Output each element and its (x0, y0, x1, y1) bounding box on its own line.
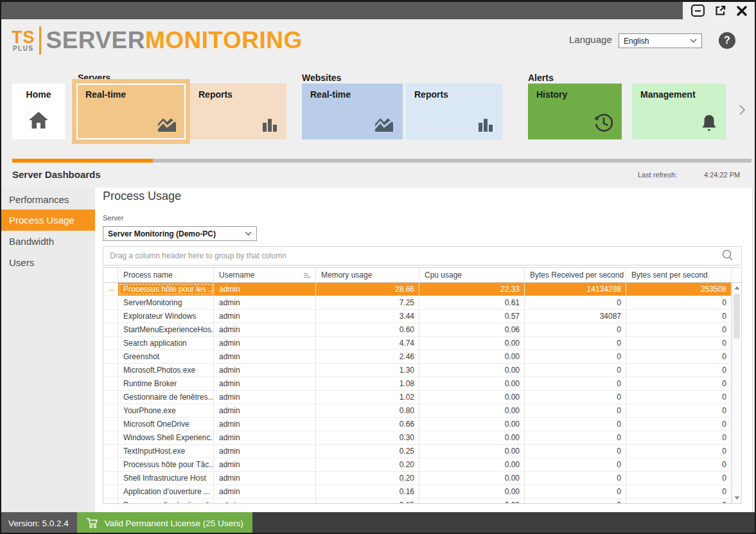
cell-username[interactable]: admin (214, 472, 316, 485)
cell-bytes-sent[interactable]: 0 (626, 458, 732, 471)
table-row[interactable]: Processus d'exécution cli...admin0.150.0… (103, 499, 741, 503)
cell-cpu-usage[interactable]: 0.00 (419, 418, 525, 431)
cell-cpu-usage[interactable]: 0.00 (419, 350, 525, 363)
cell-username[interactable]: admin (214, 377, 316, 390)
cell-cpu-usage[interactable]: 22.33 (419, 283, 525, 296)
cell-cpu-usage[interactable]: 0.00 (419, 499, 525, 503)
cell-bytes-received[interactable]: 0 (525, 499, 626, 503)
cell-username[interactable]: admin (214, 404, 316, 417)
cell-process-name[interactable]: Shell Infrastructure Host (118, 472, 214, 485)
sidebar-item-users[interactable]: Users (0, 252, 95, 273)
cell-memory-usage[interactable]: 2.46 (316, 350, 419, 363)
column-header-bytes-received[interactable]: Bytes Received per second (525, 268, 626, 282)
scroll-up-button[interactable] (732, 283, 741, 292)
table-row[interactable]: Microsoft.Photos.exeadmin1.300.0000 (103, 364, 741, 377)
cell-process-name[interactable]: TextInputHost.exe (118, 445, 214, 458)
cell-username[interactable]: admin (214, 445, 316, 458)
cell-memory-usage[interactable]: 3.44 (316, 310, 419, 323)
cell-bytes-received[interactable]: 0 (525, 431, 626, 444)
cell-bytes-received[interactable]: 0 (525, 364, 626, 377)
cell-process-name[interactable]: StartMenuExperienceHos... (118, 323, 214, 336)
license-badge[interactable]: Valid Permanent License (25 Users) (77, 512, 252, 534)
cell-bytes-sent[interactable]: 0 (626, 323, 732, 336)
nav-scroll-right-button[interactable] (739, 104, 746, 116)
cell-cpu-usage[interactable]: 0.00 (419, 472, 525, 485)
scroll-down-button[interactable] (732, 494, 741, 503)
table-row[interactable]: TextInputHost.exeadmin0.250.0000 (103, 445, 741, 458)
cell-memory-usage[interactable]: 4.74 (316, 337, 419, 350)
cell-bytes-received[interactable]: 0 (525, 445, 626, 458)
sidebar-item-bandwidth[interactable]: Bandwidth (0, 231, 95, 252)
cell-bytes-sent[interactable]: 0 (626, 391, 732, 404)
column-header-bytes-sent[interactable]: Bytes sent per second (626, 268, 732, 282)
tab-servers-reports[interactable]: Reports (190, 84, 286, 139)
cell-process-name[interactable]: Gestionnaire de fenêtres... (118, 391, 214, 404)
cell-username[interactable]: admin (214, 391, 316, 404)
cell-username[interactable]: admin (214, 323, 316, 336)
column-header-cpu-usage[interactable]: Cpu usage (419, 268, 525, 282)
tab-websites-reports[interactable]: Reports (406, 84, 502, 139)
cell-bytes-sent[interactable]: 0 (626, 431, 732, 444)
server-select[interactable]: Server Monitoring (Demo-PC) (103, 226, 257, 241)
help-button[interactable]: ? (719, 32, 735, 49)
cell-bytes-received[interactable]: 0 (525, 485, 626, 498)
table-vertical-scrollbar[interactable] (732, 283, 741, 503)
group-by-drop-area[interactable]: Drag a column header here to group by th… (103, 246, 742, 265)
column-header-process-name[interactable]: Process name (118, 268, 214, 282)
cell-process-name[interactable]: Processus d'exécution cli... (118, 499, 214, 503)
tab-servers-realtime[interactable]: Real-time (72, 79, 190, 144)
cell-bytes-sent[interactable]: 0 (626, 472, 732, 485)
cell-bytes-sent[interactable]: 0 (626, 418, 732, 431)
cell-process-name[interactable]: Microsoft OneDrive (118, 418, 214, 431)
cell-username[interactable]: admin (214, 350, 316, 363)
cell-cpu-usage[interactable]: 0.00 (419, 364, 525, 377)
column-header-username[interactable]: Username (214, 268, 316, 282)
cell-cpu-usage[interactable]: 0.06 (419, 323, 525, 336)
cell-bytes-sent[interactable]: 0 (626, 499, 732, 503)
cell-cpu-usage[interactable]: 0.61 (419, 296, 525, 309)
cell-memory-usage[interactable]: 28.66 (316, 283, 419, 296)
cell-bytes-sent[interactable]: 0 (626, 296, 732, 309)
table-row[interactable]: Gestionnaire de fenêtres...admin1.020.00… (103, 391, 741, 404)
cell-bytes-sent[interactable]: 0 (626, 485, 732, 498)
cell-cpu-usage[interactable]: 0.00 (419, 431, 525, 444)
column-header-memory-usage[interactable]: Memory usage (316, 268, 419, 282)
sidebar-item-process-usage[interactable]: Process Usage (0, 209, 95, 231)
cell-process-name[interactable]: YourPhone.exe (118, 404, 214, 417)
table-row[interactable]: Windows Shell Experienc...admin0.300.000… (103, 431, 741, 445)
table-row[interactable]: →Processus hôte pour les ...admin28.6622… (103, 283, 741, 296)
cell-cpu-usage[interactable]: 0.00 (419, 404, 525, 417)
cell-memory-usage[interactable]: 1.30 (316, 364, 419, 377)
cell-bytes-sent[interactable]: 0 (626, 377, 732, 390)
minimize-button[interactable] (691, 4, 705, 17)
table-row[interactable]: Search applicationadmin4.740.0000 (103, 337, 741, 350)
table-row[interactable]: Application d'ouverture ...admin0.160.00… (103, 485, 741, 499)
cell-bytes-received[interactable]: 0 (525, 418, 626, 431)
cell-memory-usage[interactable]: 0.20 (316, 472, 419, 485)
cell-bytes-sent[interactable]: 0 (626, 350, 732, 363)
close-button[interactable] (736, 5, 748, 17)
cell-username[interactable]: admin (214, 418, 316, 431)
cell-memory-usage[interactable]: 0.25 (316, 445, 419, 458)
cell-username[interactable]: admin (214, 431, 316, 444)
search-icon[interactable] (721, 249, 735, 263)
cell-cpu-usage[interactable]: 0.00 (419, 458, 525, 471)
cell-memory-usage[interactable]: 0.20 (316, 458, 419, 471)
table-row[interactable]: Greenshotadmin2.460.0000 (103, 350, 741, 364)
cell-bytes-sent[interactable]: 0 (626, 310, 732, 323)
open-external-button[interactable] (714, 4, 726, 17)
cell-bytes-received[interactable]: 14134298 (525, 283, 626, 296)
table-row[interactable]: Explorateur Windowsadmin3.440.57340870 (103, 310, 741, 323)
cell-username[interactable]: admin (214, 499, 316, 503)
cell-memory-usage[interactable]: 0.16 (316, 485, 419, 498)
cell-bytes-received[interactable]: 0 (525, 391, 626, 404)
cell-process-name[interactable]: Processus hôte pour les ... (118, 283, 214, 296)
cell-bytes-received[interactable]: 0 (525, 472, 626, 485)
cell-cpu-usage[interactable]: 0.00 (419, 391, 525, 404)
cell-process-name[interactable]: Search application (118, 337, 214, 350)
cell-process-name[interactable]: Microsoft.Photos.exe (118, 364, 214, 377)
table-row[interactable]: StartMenuExperienceHos...admin0.600.0600 (103, 323, 741, 337)
cell-username[interactable]: admin (214, 310, 316, 323)
cell-memory-usage[interactable]: 1.08 (316, 377, 419, 390)
cell-memory-usage[interactable]: 0.60 (316, 323, 419, 336)
